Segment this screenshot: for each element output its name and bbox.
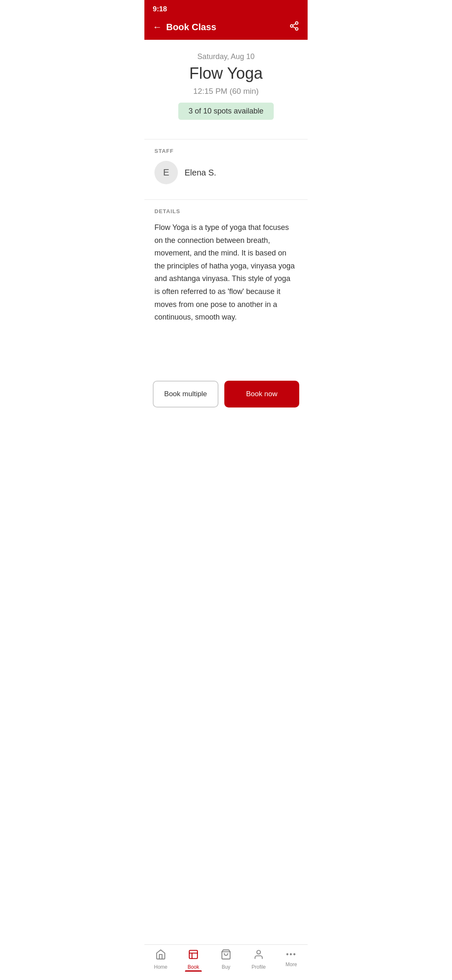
- staff-avatar: E: [154, 161, 178, 184]
- action-buttons: Book multiple Book now: [144, 374, 308, 418]
- book-now-button[interactable]: Book now: [224, 381, 299, 407]
- staff-avatar-initial: E: [163, 167, 170, 178]
- details-text: Flow Yoga is a type of yoga that focuses…: [154, 221, 298, 324]
- spots-available-badge: 3 of 10 spots available: [178, 103, 273, 120]
- details-section-label: DETAILS: [154, 208, 298, 214]
- staff-name: Elena S.: [185, 168, 216, 178]
- status-time: 9:18: [153, 5, 167, 13]
- staff-section-label: STAFF: [154, 148, 298, 154]
- svg-line-4: [293, 24, 296, 26]
- class-info-section: Saturday, Aug 10 Flow Yoga 12:15 PM (60 …: [144, 40, 308, 132]
- book-multiple-button[interactable]: Book multiple: [153, 381, 218, 407]
- staff-section: STAFF E Elena S.: [144, 139, 308, 193]
- class-name: Flow Yoga: [153, 64, 299, 83]
- status-bar: 9:18: [144, 0, 308, 17]
- class-time: 12:15 PM (60 min): [153, 87, 299, 96]
- header: ← Book Class: [144, 17, 308, 40]
- back-icon: ←: [153, 22, 162, 33]
- share-icon[interactable]: [289, 21, 299, 33]
- staff-row: E Elena S.: [154, 161, 298, 184]
- svg-line-3: [293, 27, 296, 28]
- back-button[interactable]: ← Book Class: [153, 22, 216, 33]
- details-section: DETAILS Flow Yoga is a type of yoga that…: [144, 200, 308, 332]
- class-date: Saturday, Aug 10: [153, 52, 299, 61]
- header-title: Book Class: [166, 22, 216, 33]
